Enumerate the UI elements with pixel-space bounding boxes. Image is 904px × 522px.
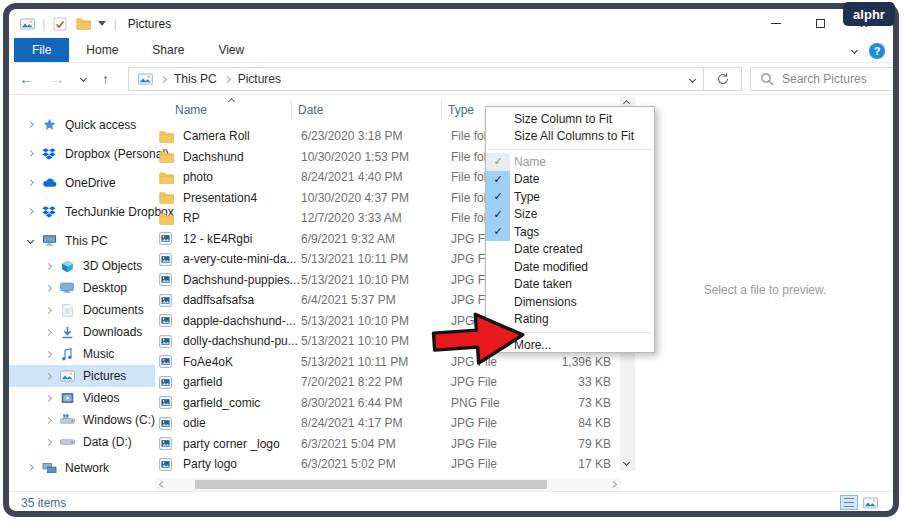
- breadcrumb-this-pc[interactable]: This PC: [174, 72, 217, 86]
- chevron-right-icon[interactable]: [27, 179, 34, 186]
- chevron-right-icon[interactable]: [45, 328, 52, 335]
- menu-item-date[interactable]: ✓Date: [486, 171, 654, 189]
- chevron-right-icon[interactable]: [45, 372, 52, 379]
- chevron-right-icon[interactable]: [45, 438, 52, 445]
- chevron-right-icon[interactable]: [45, 394, 52, 401]
- column-divider[interactable]: [441, 100, 442, 119]
- sidebar-item-techjunkie-dropbox[interactable]: TechJunkie Dropbox: [9, 197, 155, 226]
- chevron-right-icon[interactable]: [27, 464, 34, 471]
- file-name[interactable]: Presentation4: [183, 191, 301, 205]
- column-header-date[interactable]: Date: [298, 103, 323, 117]
- recent-locations-icon[interactable]: [80, 75, 87, 82]
- menu-item-tags[interactable]: ✓Tags: [486, 223, 654, 241]
- file-name[interactable]: garfield_comic: [183, 396, 301, 410]
- chevron-right-icon[interactable]: [45, 416, 52, 423]
- sidebar-item-desktop[interactable]: Desktop: [9, 277, 155, 299]
- column-divider[interactable]: [291, 100, 292, 119]
- sidebar-item-videos[interactable]: Videos: [9, 387, 155, 409]
- sidebar-item-data-d[interactable]: Data (D:): [9, 431, 155, 453]
- file-name[interactable]: odie: [183, 416, 301, 430]
- tab-file[interactable]: File: [14, 38, 69, 62]
- sidebar-item-this-pc[interactable]: This PC: [9, 226, 155, 255]
- scroll-left-icon[interactable]: [159, 481, 166, 488]
- chevron-right-icon[interactable]: [45, 262, 52, 269]
- sidebar-item-music[interactable]: Music: [9, 343, 155, 365]
- file-name[interactable]: Party logo: [183, 457, 301, 471]
- desktop-icon: [59, 282, 75, 294]
- breadcrumb-pictures[interactable]: Pictures: [238, 72, 281, 86]
- sidebar-item-pictures[interactable]: Pictures: [9, 365, 155, 387]
- column-header-type[interactable]: Type: [448, 103, 474, 117]
- file-row[interactable]: FoAe4oK5/13/2021 10:11 PMJPG File1,396 K…: [155, 352, 621, 373]
- file-name[interactable]: dadffsafsafsa: [183, 293, 301, 307]
- chevron-right-icon[interactable]: [27, 150, 34, 157]
- file-name[interactable]: dapple-dachshund-...: [183, 314, 301, 328]
- menu-item-date-created[interactable]: Date created: [486, 241, 654, 259]
- ribbon-collapse-icon[interactable]: [851, 47, 858, 54]
- file-name[interactable]: dolly-dachshund-pu...: [183, 334, 301, 348]
- search-box[interactable]: [750, 67, 894, 91]
- menu-item-size-column-to-fit[interactable]: Size Column to Fit: [486, 110, 654, 128]
- file-row[interactable]: party corner _logo6/3/2021 5:04 PMJPG Fi…: [155, 434, 621, 455]
- up-button[interactable]: ↑: [102, 71, 109, 87]
- file-name[interactable]: Dachshund-puppies...: [183, 273, 301, 287]
- file-name[interactable]: photo: [183, 170, 301, 184]
- properties-check-icon[interactable]: [52, 17, 68, 31]
- qat-dropdown-icon[interactable]: [98, 21, 106, 26]
- back-button[interactable]: ←: [19, 70, 34, 87]
- sidebar-item-onedrive[interactable]: OneDrive: [9, 168, 155, 197]
- chevron-down-icon[interactable]: [27, 237, 34, 244]
- sidebar-item-quick-access[interactable]: Quick access: [9, 110, 155, 139]
- column-header-name[interactable]: Name: [175, 103, 207, 117]
- chevron-right-icon[interactable]: [45, 284, 52, 291]
- file-name[interactable]: Camera Roll: [183, 129, 301, 143]
- details-view-button[interactable]: [840, 495, 858, 510]
- sidebar-item-downloads[interactable]: Downloads: [9, 321, 155, 343]
- menu-item-label: Size All Columns to Fit: [514, 129, 634, 143]
- chevron-right-icon[interactable]: [45, 350, 52, 357]
- folder-icon[interactable]: [75, 17, 91, 30]
- breadcrumb[interactable]: This PC Pictures: [128, 67, 704, 91]
- menu-item-type[interactable]: ✓Type: [486, 188, 654, 206]
- scrollbar-thumb[interactable]: [195, 480, 547, 489]
- menu-item-size-all-columns-to-fit[interactable]: Size All Columns to Fit: [486, 128, 654, 146]
- chevron-right-icon[interactable]: [45, 306, 52, 313]
- forward-button[interactable]: →: [50, 70, 65, 87]
- sidebar-item-documents[interactable]: Documents: [9, 299, 155, 321]
- thumbnail-view-button[interactable]: [861, 495, 879, 510]
- menu-item-label: Name: [514, 155, 546, 169]
- search-input[interactable]: [782, 72, 882, 86]
- chevron-right-icon[interactable]: [27, 208, 34, 215]
- menu-item-size[interactable]: ✓Size: [486, 206, 654, 224]
- file-row[interactable]: garfield7/20/2021 8:22 PMJPG File33 KB: [155, 372, 621, 393]
- menu-item-date-modified[interactable]: Date modified: [486, 258, 654, 276]
- tab-home[interactable]: Home: [69, 38, 135, 62]
- minimize-button[interactable]: [767, 15, 785, 33]
- sidebar-item-label: Windows (C:): [83, 413, 155, 427]
- chevron-right-icon[interactable]: [27, 121, 34, 128]
- sidebar-item-dropbox-personal[interactable]: Dropbox (Personal): [9, 139, 155, 168]
- tab-view[interactable]: View: [201, 38, 261, 62]
- file-name[interactable]: 12 - kE4Rgbi: [183, 232, 301, 246]
- file-name[interactable]: Dachshund: [183, 150, 301, 164]
- scroll-right-icon[interactable]: [610, 481, 617, 488]
- file-row[interactable]: garfield_comic8/30/2021 6:44 PMPNG File7…: [155, 393, 621, 414]
- file-row[interactable]: odie8/24/2021 4:17 PMJPG File84 KB: [155, 413, 621, 434]
- scroll-down-icon[interactable]: [623, 459, 630, 466]
- sidebar-item-3d-objects[interactable]: 3D Objects: [9, 255, 155, 277]
- sidebar-item-windows-c[interactable]: Windows (C:): [9, 409, 155, 431]
- file-name[interactable]: party corner _logo: [183, 437, 301, 451]
- refresh-button[interactable]: [704, 67, 742, 91]
- file-name[interactable]: garfield: [183, 375, 301, 389]
- file-name[interactable]: FoAe4oK: [183, 355, 301, 369]
- file-name[interactable]: RP: [183, 211, 301, 225]
- sidebar-item-network[interactable]: Network: [9, 453, 155, 482]
- horizontal-scrollbar[interactable]: [155, 478, 621, 491]
- file-row[interactable]: Party logo6/3/2021 5:02 PMJPG File17 KB: [155, 454, 621, 475]
- menu-item-date-taken[interactable]: Date taken: [486, 276, 654, 294]
- help-icon[interactable]: ?: [869, 43, 885, 59]
- file-name[interactable]: a-very-cute-mini-da...: [183, 252, 301, 266]
- tab-share[interactable]: Share: [135, 38, 201, 62]
- maximize-button[interactable]: [811, 15, 829, 33]
- address-dropdown-icon[interactable]: [689, 75, 696, 82]
